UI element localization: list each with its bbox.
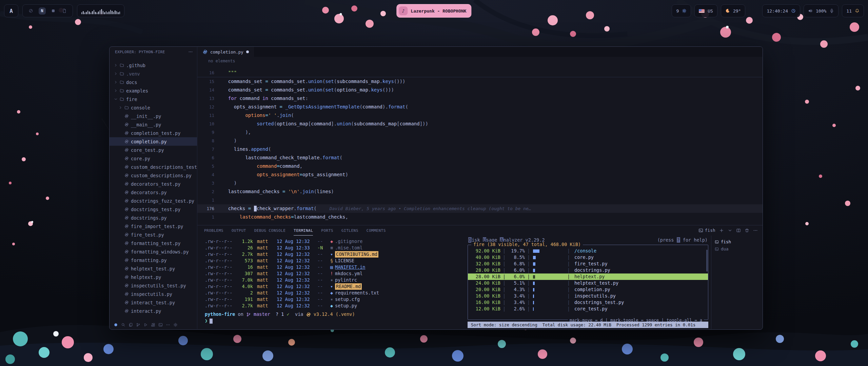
tree-item-fire_test.py[interactable]: fire_test.py — [110, 230, 197, 239]
active-shell-label[interactable]: fish — [698, 228, 715, 233]
tree-item-completion_test.py[interactable]: completion_test.py — [110, 129, 197, 137]
tree-item-completion.py[interactable]: completion.py — [110, 137, 197, 146]
dua-entry-core.py[interactable]: 40.00 KiB|8.5%||core.py — [468, 254, 708, 261]
dua-entry-inspectutils.py[interactable]: 16.00 KiB|3.4%||inspectutils.py — [468, 293, 708, 299]
panel-tab-gitlens[interactable]: GITLENS — [341, 225, 358, 236]
clock-widget[interactable]: 12:40:24 — [762, 4, 800, 17]
editor-line[interactable]: 10sorted(options_map[command].union(subc… — [197, 120, 763, 128]
tree-item-inspectutils.py[interactable]: inspectutils.py — [110, 290, 197, 298]
editor-line[interactable]: 12opts_assignment = _GetOptsAssignmentTe… — [197, 103, 763, 111]
session-fish[interactable]: fish — [715, 238, 763, 245]
panel-tab-terminal[interactable]: TERMINAL — [294, 225, 313, 236]
activity-gear[interactable] — [173, 323, 178, 327]
workspace-file[interactable] — [60, 7, 68, 15]
audio-widget[interactable]: 100% — [804, 4, 839, 17]
dua-entry-docstrings.py[interactable]: 28.00 KiB|6.0%||docstrings.py — [468, 267, 708, 273]
keyboard-layout-widget[interactable]: US — [694, 4, 717, 17]
dua-entry-helptext.py[interactable]: 28.00 KiB|6.0%||helptext.py — [468, 273, 708, 280]
modified-dot-icon[interactable] — [246, 50, 249, 53]
activity-scm[interactable] — [136, 323, 140, 327]
dua-entry-docstrings_test.py[interactable]: 16.00 KiB|3.4%||docstrings_test.py — [468, 299, 708, 306]
media-widget[interactable]: ♪ Lazerpunk - ROBOPHONK — [396, 4, 471, 18]
panel-plus-button[interactable] — [719, 228, 724, 233]
panel-tab-problems[interactable]: PROBLEMS — [204, 225, 223, 236]
tree-item-examples[interactable]: examples — [110, 86, 197, 95]
tree-item-decorators_test.py[interactable]: decorators_test.py — [110, 180, 197, 188]
panel-chevron-down-button[interactable] — [728, 228, 732, 233]
editor-line[interactable]: 8) — [197, 137, 763, 145]
tree-item-core.py[interactable]: core.py — [110, 154, 197, 163]
workspace-switcher[interactable]: N — [22, 4, 73, 17]
editor-line[interactable]: 11options=' '.join( — [197, 111, 763, 120]
tree-item-custom_descriptions_test[interactable]: custom_descriptions_test… — [110, 163, 197, 171]
tree-item-docstrings.py[interactable]: docstrings.py — [110, 214, 197, 222]
editor-line[interactable]: 2lastcommand_checks = '\n'.join(lines) — [197, 187, 763, 196]
panel-split-button[interactable] — [736, 228, 741, 233]
tree-item-helptext.py[interactable]: helptext.py — [110, 273, 197, 281]
dua-entry-core_test.py[interactable]: 12.00 KiB|2.6%||core_test.py — [468, 306, 708, 312]
editor-line[interactable]: 1 — [197, 196, 763, 204]
dua-entry-completion.py[interactable]: 20.00 KiB|4.3%||completion.py — [468, 286, 708, 293]
editor-line[interactable]: 15commands_set = commands_set.union(set(… — [197, 77, 763, 86]
weather-widget[interactable]: 29° — [721, 4, 745, 17]
dua-scrollbar[interactable] — [706, 250, 708, 271]
dua-entry-helptext_test.py[interactable]: 24.00 KiB|5.1%||helptext_test.py — [468, 280, 708, 286]
launcher-button[interactable]: A — [4, 4, 18, 17]
shell-input-line[interactable]: ❯ — [205, 318, 465, 324]
notifications-widget[interactable]: 11 — [842, 4, 864, 17]
workspace-square[interactable] — [49, 7, 57, 15]
tree-item-decorators.py[interactable]: decorators.py — [110, 188, 197, 197]
panel-tab-debug-console[interactable]: DEBUG CONSOLE — [254, 225, 286, 236]
panel-tab-output[interactable]: OUTPUT — [232, 225, 246, 236]
tree-item-formatting_windows.py[interactable]: formatting_windows.py — [110, 247, 197, 256]
session-dua[interactable]: dua — [715, 245, 763, 252]
panel-trash-button[interactable] — [745, 228, 749, 233]
tree-item-core_test.py[interactable]: core_test.py — [110, 146, 197, 154]
activity-terminal[interactable] — [158, 323, 163, 327]
editor-line[interactable]: 1lastcommand_checks=lastcommand_checks, — [197, 213, 763, 221]
tree-item-__init__.py[interactable]: __init__.py — [110, 112, 197, 120]
editor-line[interactable]: 7lines.append( — [197, 145, 763, 154]
tree-item-.github[interactable]: .github — [110, 61, 197, 69]
editor-line[interactable]: 13for command in commands_set: — [197, 94, 763, 103]
code-editor[interactable]: 16"""15commands_set = commands_set.union… — [197, 65, 763, 225]
tab-completion-py[interactable]: completion.py — [197, 47, 255, 57]
panel-ellipsis-button[interactable] — [753, 228, 758, 233]
tree-item-interact_test.py[interactable]: interact_test.py — [110, 298, 197, 307]
dua-entry-fire_test.py[interactable]: 32.00 KiB|6.8%||fire_test.py — [468, 261, 708, 267]
dua-disk-analyzer[interactable]: Disk Usage Analyzer v2.29.2 (press ? for… — [465, 236, 711, 329]
tree-item-helptext_test.py[interactable]: helptext_test.py — [110, 264, 197, 273]
fish-terminal[interactable]: .rw-r--r--1.2kmatt12 Aug 12:32--◈.gitign… — [197, 236, 465, 329]
tree-item-.venv[interactable]: .venv — [110, 69, 197, 78]
panel-tab-ports[interactable]: PORTS — [321, 225, 333, 236]
editor-line[interactable]: 16""" — [197, 68, 763, 77]
activity-files[interactable] — [129, 323, 133, 327]
tree-item-docstrings_test.py[interactable]: docstrings_test.py — [110, 205, 197, 214]
system-graph-widget[interactable] — [77, 4, 124, 17]
workspace-n-badge[interactable]: N — [38, 7, 46, 15]
activity-extensions[interactable] — [151, 323, 155, 327]
breadcrumb[interactable]: no elements — [197, 57, 763, 65]
activity-search[interactable] — [121, 323, 125, 327]
editor-line[interactable]: 5command=command, — [197, 162, 763, 170]
editor-line[interactable]: 14commands_set = commands_set.union(set(… — [197, 86, 763, 94]
editor-line[interactable]: 6lastcommand_check_template.format( — [197, 154, 763, 162]
tree-item-fire_import_test.py[interactable]: fire_import_test.py — [110, 222, 197, 230]
tree-item-custom_descriptions.py[interactable]: custom_descriptions.py — [110, 171, 197, 180]
tree-item-console[interactable]: console — [110, 103, 197, 112]
tree-item-__main__.py[interactable]: __main__.py — [110, 120, 197, 129]
activity-remote[interactable] — [114, 323, 118, 327]
explorer-menu-host[interactable] — [188, 49, 193, 54]
workspace-slash-circle[interactable] — [27, 7, 35, 15]
editor-line[interactable]: 9), — [197, 128, 763, 137]
tree-item-docs[interactable]: docs — [110, 78, 197, 86]
editor-line[interactable]: 3) — [197, 179, 763, 187]
tree-item-inspectutils_test.py[interactable]: inspectutils_test.py — [110, 281, 197, 290]
activity-debug[interactable] — [143, 323, 148, 327]
tree-item-formatting_test.py[interactable]: formatting_test.py — [110, 239, 197, 247]
dua-entry-console[interactable]: 92.00 KiB|19.7%||/console — [468, 248, 708, 254]
updates-widget[interactable]: 9 — [672, 4, 691, 17]
editor-line[interactable]: 176checks = check_wrapper.format(David B… — [197, 204, 763, 213]
activity-ellipsis[interactable] — [166, 323, 170, 327]
tree-item-docstrings_fuzz_test.py[interactable]: docstrings_fuzz_test.py — [110, 197, 197, 205]
